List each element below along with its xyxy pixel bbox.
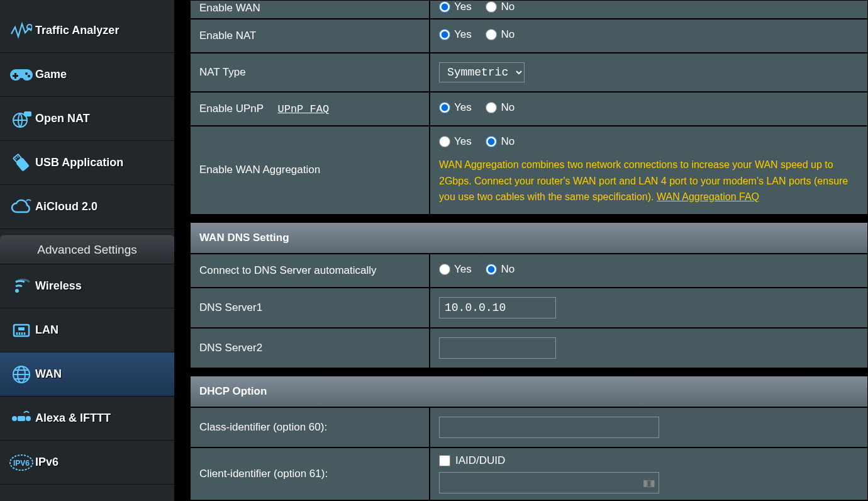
sidebar-item-label: IPv6 xyxy=(35,456,58,469)
enable-wan-no[interactable]: No xyxy=(486,1,515,13)
svg-point-8 xyxy=(25,113,26,114)
svg-rect-11 xyxy=(15,157,17,159)
enable-wan-agg-label: Enable WAN Aggregation xyxy=(199,164,320,176)
dhcp-option-header: DHCP Option xyxy=(190,376,868,407)
client-identifier-input[interactable] xyxy=(439,472,659,493)
ipv6-icon: IPV6 xyxy=(8,454,35,471)
upnp-faq-link[interactable]: UPnP FAQ xyxy=(278,103,330,115)
sidebar-item-label: WAN xyxy=(35,368,62,381)
row-enable-nat: Enable NAT Yes No xyxy=(190,19,868,53)
wan-dns-setting-header: WAN DNS Setting xyxy=(190,222,868,254)
enable-upnp-no[interactable]: No xyxy=(486,101,515,114)
dns-server1-input[interactable] xyxy=(439,297,556,318)
sidebar-item-label: Alexa & IFTTT xyxy=(35,412,111,425)
svg-rect-21 xyxy=(18,416,25,421)
svg-point-14 xyxy=(15,289,19,293)
svg-point-19 xyxy=(12,416,17,421)
sidebar: Traffic Analyzer Game Open NAT xyxy=(0,0,174,501)
row-enable-wan-aggregation: Enable WAN Aggregation Yes No WAN Aggreg… xyxy=(190,126,868,215)
svg-rect-16 xyxy=(18,327,25,330)
wan-aggregation-hint: WAN Aggregation combines two network con… xyxy=(439,157,859,205)
globe-icon xyxy=(8,364,35,385)
nat-type-select[interactable]: Symmetric xyxy=(439,62,525,82)
wan-aggregation-faq-link[interactable]: WAN Aggregation FAQ xyxy=(657,191,759,202)
sidebar-item-label: AiCloud 2.0 xyxy=(35,200,97,213)
usb-icon xyxy=(8,152,35,174)
wan-settings-table: Enable WAN Yes No Enable NAT Yes No NAT … xyxy=(190,0,868,501)
sidebar-item-lan[interactable]: LAN xyxy=(0,308,174,352)
enable-wan-agg-no[interactable]: No xyxy=(486,135,515,148)
keyboard-icon: ▮▯▮ xyxy=(643,478,654,488)
dns-auto-no[interactable]: No xyxy=(486,263,515,276)
row-class-identifier: Class-identifier (option 60): xyxy=(190,407,868,448)
nat-type-label: NAT Type xyxy=(199,66,246,78)
class-identifier-input[interactable] xyxy=(439,417,659,438)
svg-point-4 xyxy=(25,72,28,75)
dns-server2-input[interactable] xyxy=(439,337,556,359)
dns-auto-yes[interactable]: Yes xyxy=(439,263,472,276)
enable-upnp-label: Enable UPnP xyxy=(199,103,264,115)
enable-nat-yes[interactable]: Yes xyxy=(439,28,472,41)
client-identifier-label: Client-identifier (option 61): xyxy=(199,468,328,480)
traffic-analyzer-icon xyxy=(8,21,35,40)
alexa-ifttt-icon xyxy=(8,409,35,428)
dns-server2-label: DNS Server2 xyxy=(199,342,262,354)
enable-upnp-yes[interactable]: Yes xyxy=(439,101,472,114)
wireless-icon xyxy=(8,277,35,296)
svg-line-1 xyxy=(31,28,32,30)
sidebar-item-traffic-analyzer[interactable]: Traffic Analyzer xyxy=(0,9,174,53)
iaid-duid-label: IAID/DUID xyxy=(455,454,505,467)
row-enable-upnp: Enable UPnP UPnP FAQ Yes No xyxy=(190,92,868,126)
sidebar-item-wireless[interactable]: Wireless xyxy=(0,264,174,308)
main-content: Enable WAN Yes No Enable NAT Yes No NAT … xyxy=(179,0,868,501)
row-enable-wan: Enable WAN Yes No xyxy=(190,0,868,19)
sidebar-item-usb-application[interactable]: USB Application xyxy=(0,141,174,185)
open-nat-icon xyxy=(8,108,35,130)
lan-icon xyxy=(8,321,35,340)
sidebar-item-label: USB Application xyxy=(35,156,123,169)
dns-auto-label: Connect to DNS Server automatically xyxy=(199,264,377,276)
sidebar-item-aicloud[interactable]: AiCloud 2.0 xyxy=(0,185,174,229)
row-dns-server1: DNS Server1 xyxy=(190,288,868,328)
svg-rect-13 xyxy=(16,157,30,171)
enable-wan-yes[interactable]: Yes xyxy=(439,1,472,13)
svg-point-20 xyxy=(26,416,31,421)
sidebar-item-ipv6[interactable]: IPV6 IPv6 xyxy=(0,441,174,485)
iaid-duid-checkbox[interactable] xyxy=(439,455,450,466)
row-client-identifier: Client-identifier (option 61): IAID/DUID… xyxy=(190,448,868,500)
sidebar-item-label: LAN xyxy=(35,324,58,337)
svg-point-5 xyxy=(28,75,30,77)
sidebar-item-label: Wireless xyxy=(35,279,82,293)
sidebar-item-wan[interactable]: WAN xyxy=(0,352,174,397)
sidebar-item-open-nat[interactable]: Open NAT xyxy=(0,97,174,141)
sidebar-item-label: Open NAT xyxy=(35,112,90,125)
sidebar-item-game[interactable]: Game xyxy=(0,53,174,97)
svg-text:IPV6: IPV6 xyxy=(13,459,30,468)
sidebar-item-label: Game xyxy=(35,68,67,81)
svg-point-9 xyxy=(29,113,30,114)
gamepad-icon xyxy=(8,67,35,82)
sidebar-item-label: Traffic Analyzer xyxy=(35,24,119,37)
enable-nat-label: Enable NAT xyxy=(199,30,256,42)
enable-wan-agg-yes[interactable]: Yes xyxy=(439,135,472,148)
advanced-settings-header: Advanced Settings xyxy=(0,235,174,264)
enable-wan-label: Enable WAN xyxy=(199,2,260,14)
class-identifier-label: Class-identifier (option 60): xyxy=(199,421,327,433)
row-dns-server2: DNS Server2 xyxy=(190,328,868,368)
svg-rect-3 xyxy=(13,75,18,77)
dns-server1-label: DNS Server1 xyxy=(199,301,262,313)
row-nat-type: NAT Type Symmetric xyxy=(190,53,868,92)
enable-nat-no[interactable]: No xyxy=(486,28,515,41)
sidebar-item-alexa-ifttt[interactable]: Alexa & IFTTT xyxy=(0,397,174,441)
svg-rect-12 xyxy=(17,155,19,157)
cloud-icon xyxy=(8,198,35,216)
row-dns-auto: Connect to DNS Server automatically Yes … xyxy=(190,254,868,288)
